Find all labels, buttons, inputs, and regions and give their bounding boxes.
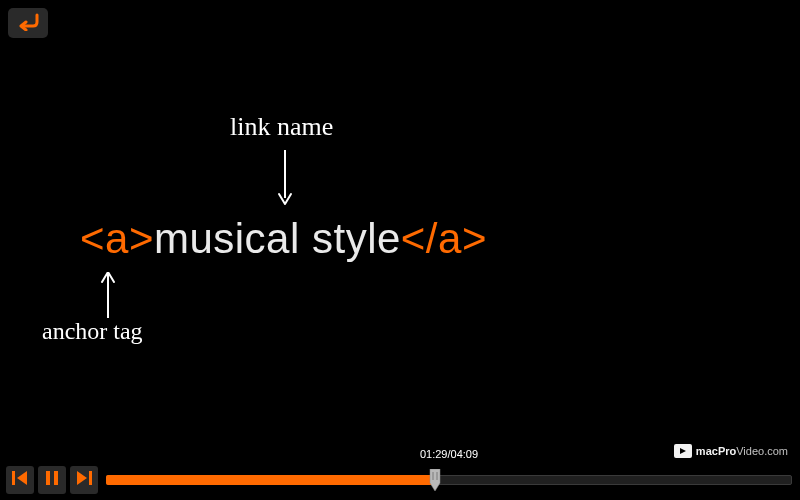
- code-close-tag: </a>: [401, 215, 487, 262]
- brand-text: macProVideo.com: [696, 445, 788, 457]
- slide-content: link name <a>musical style</a> anchor ta…: [0, 0, 800, 440]
- annotation-link-name: link name: [230, 112, 333, 142]
- seek-thumb[interactable]: [428, 469, 442, 491]
- code-open-tag: <a>: [80, 215, 154, 262]
- code-link-text: musical style: [154, 215, 401, 262]
- annotation-anchor-tag: anchor tag: [42, 318, 143, 345]
- player-bar: 01:29/04:09: [0, 460, 800, 500]
- skip-back-icon: [11, 469, 29, 491]
- skip-forward-icon: [75, 469, 93, 491]
- time-current: 01:29: [420, 448, 448, 460]
- code-example: <a>musical style</a>: [80, 215, 487, 263]
- svg-rect-4: [46, 471, 50, 485]
- pause-icon: [43, 469, 61, 491]
- time-total: 04:09: [451, 448, 479, 460]
- brand-logo-icon: [674, 444, 692, 458]
- svg-rect-3: [12, 471, 15, 485]
- arrow-up-icon: [98, 272, 118, 320]
- pause-button[interactable]: [38, 466, 66, 494]
- prev-button[interactable]: [6, 466, 34, 494]
- app-stage: link name <a>musical style</a> anchor ta…: [0, 0, 800, 500]
- playback-controls: [0, 466, 98, 494]
- next-button[interactable]: [70, 466, 98, 494]
- svg-rect-6: [89, 471, 92, 485]
- seek-bar[interactable]: 01:29/04:09: [106, 466, 792, 494]
- svg-rect-5: [54, 471, 58, 485]
- arrow-down-icon: [275, 148, 295, 208]
- time-display: 01:29/04:09: [420, 448, 478, 460]
- seek-progress: [106, 475, 435, 485]
- brand-watermark: macProVideo.com: [674, 444, 788, 458]
